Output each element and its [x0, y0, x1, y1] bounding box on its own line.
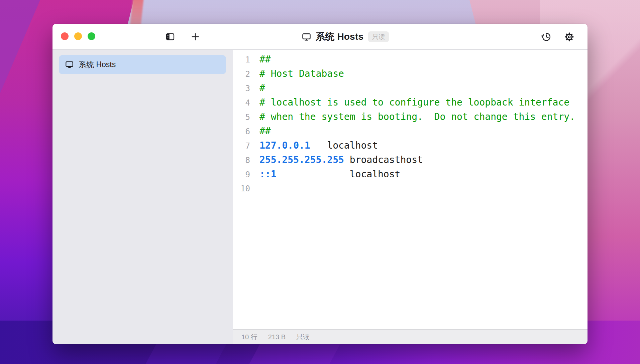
status-readonly: 只读	[296, 333, 310, 342]
code-line: 3#	[233, 81, 588, 96]
editor-pane: 1##2# Host Database3#4# localhost is use…	[233, 50, 588, 344]
wallpaper-corner	[0, 0, 40, 94]
code-text: 127.0.0.1 localhost	[259, 139, 378, 153]
add-tab-button[interactable]	[190, 31, 200, 42]
zoom-icon[interactable]	[88, 32, 95, 40]
code-text: # localhost is used to configure the loo…	[259, 96, 569, 110]
page-title: 系统 Hosts	[316, 30, 363, 43]
line-number: 10	[233, 182, 250, 196]
titlebar: 系统 Hosts 只读	[52, 24, 588, 50]
gear-icon	[564, 32, 574, 42]
line-number: 3	[233, 81, 250, 96]
code-line: 8255.255.255.255 broadcasthost	[233, 153, 588, 167]
sidebar-toggle-icon	[166, 32, 175, 41]
line-number: 2	[233, 67, 250, 81]
close-icon[interactable]	[61, 32, 69, 40]
sidebar-item-system-hosts[interactable]: 系统 Hosts	[59, 55, 226, 74]
line-number: 4	[233, 96, 250, 110]
line-number: 7	[233, 139, 250, 153]
settings-button[interactable]	[564, 31, 574, 42]
app-window: 系统 Hosts 只读	[52, 24, 588, 344]
display-icon	[302, 32, 311, 41]
sidebar: 系统 Hosts	[52, 50, 233, 344]
add-tab-icon	[190, 32, 200, 42]
sidebar-item-label: 系统 Hosts	[79, 59, 116, 70]
status-bar: 10 行 213 B 只读	[233, 329, 588, 344]
minimize-icon[interactable]	[74, 32, 82, 40]
line-number: 1	[233, 53, 250, 67]
line-number: 9	[233, 168, 250, 182]
code-text: # Host Database	[259, 67, 344, 81]
code-line: 2# Host Database	[233, 67, 588, 81]
code-line: 4# localhost is used to configure the lo…	[233, 96, 588, 110]
code-line: 6##	[233, 124, 588, 139]
status-file-size: 213 B	[268, 333, 286, 341]
line-number: 6	[233, 125, 250, 139]
code-editor[interactable]: 1##2# Host Database3#4# localhost is use…	[233, 50, 588, 329]
code-line: 7127.0.0.1 localhost	[233, 139, 588, 153]
history-button[interactable]	[541, 31, 551, 42]
sidebar-toggle-button[interactable]	[165, 32, 175, 42]
window-title-group: 系统 Hosts 只读	[302, 24, 389, 50]
line-number: 5	[233, 110, 250, 124]
code-line: 5# when the system is booting. Do not ch…	[233, 110, 588, 124]
line-number: 8	[233, 153, 250, 167]
code-text: #	[259, 81, 265, 95]
display-icon	[65, 60, 74, 69]
history-icon	[541, 32, 551, 42]
code-line: 10	[233, 182, 588, 196]
code-text: ##	[259, 124, 271, 138]
code-text: # when the system is booting. Do not cha…	[259, 110, 575, 124]
window-content: 系统 Hosts 1##2# Host Database3#4# localho…	[52, 50, 588, 344]
code-line: 1##	[233, 52, 588, 67]
code-line: 9::1 localhost	[233, 167, 588, 182]
traffic-lights	[61, 32, 95, 40]
code-text: ##	[259, 52, 271, 66]
status-line-count: 10 行	[241, 333, 257, 342]
code-lines: 1##2# Host Database3#4# localhost is use…	[233, 52, 588, 196]
code-text: ::1 localhost	[259, 167, 400, 181]
code-text: 255.255.255.255 broadcasthost	[259, 153, 423, 167]
readonly-badge: 只读	[368, 31, 389, 42]
